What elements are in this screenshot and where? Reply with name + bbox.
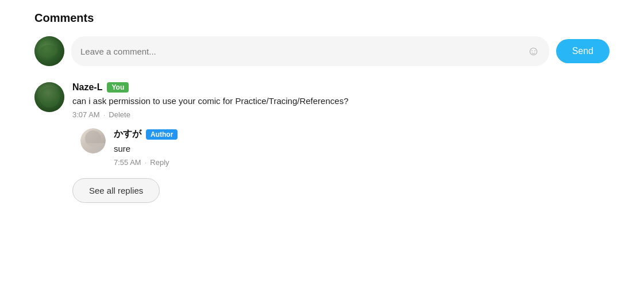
comment-text: can i ask permission to use your comic f… xyxy=(72,95,610,107)
reply-timestamp: 7:55 AM xyxy=(114,158,141,167)
reply-author-name: かすが xyxy=(114,128,141,140)
emoji-icon[interactable]: ☺ xyxy=(527,44,539,59)
reply-content: かすが Author sure 7:55 AM · Reply xyxy=(114,128,610,167)
reply-author-avatar-img xyxy=(80,128,106,153)
author-badge: Author xyxy=(146,129,178,140)
comment-content: Naze-L You can i ask permission to use y… xyxy=(72,82,610,203)
comment-timestamp: 3:07 AM xyxy=(72,110,100,119)
comment-block: Naze-L You can i ask permission to use y… xyxy=(34,82,610,203)
current-user-avatar-img xyxy=(34,36,64,66)
comment-meta: 3:07 AM · Delete xyxy=(72,110,610,119)
reply-author-row: かすが Author xyxy=(114,128,610,140)
current-user-avatar xyxy=(34,36,64,66)
comment-author-name: Naze-L xyxy=(72,82,102,93)
reply-text: sure xyxy=(114,143,610,155)
send-button[interactable]: Send xyxy=(556,39,610,63)
comment-input-row: ☺ Send xyxy=(34,36,610,66)
delete-link[interactable]: Delete xyxy=(109,110,130,119)
you-badge: You xyxy=(107,82,129,93)
comment-input-wrapper: ☺ xyxy=(71,36,549,66)
commenter-avatar-img xyxy=(34,82,64,112)
reply-link[interactable]: Reply xyxy=(150,158,169,167)
reply-author-avatar xyxy=(80,128,106,153)
reply-dot-separator: · xyxy=(145,158,147,167)
reply-meta: 7:55 AM · Reply xyxy=(114,158,610,167)
reply-section: かすが Author sure 7:55 AM · Reply xyxy=(80,128,610,167)
dot-separator: · xyxy=(103,110,106,119)
comment-author-row: Naze-L You xyxy=(72,82,610,93)
commenter-avatar xyxy=(34,82,64,112)
see-all-replies-button[interactable]: See all replies xyxy=(72,178,160,203)
comment-input[interactable] xyxy=(80,47,527,56)
comments-title: Comments xyxy=(34,11,610,25)
